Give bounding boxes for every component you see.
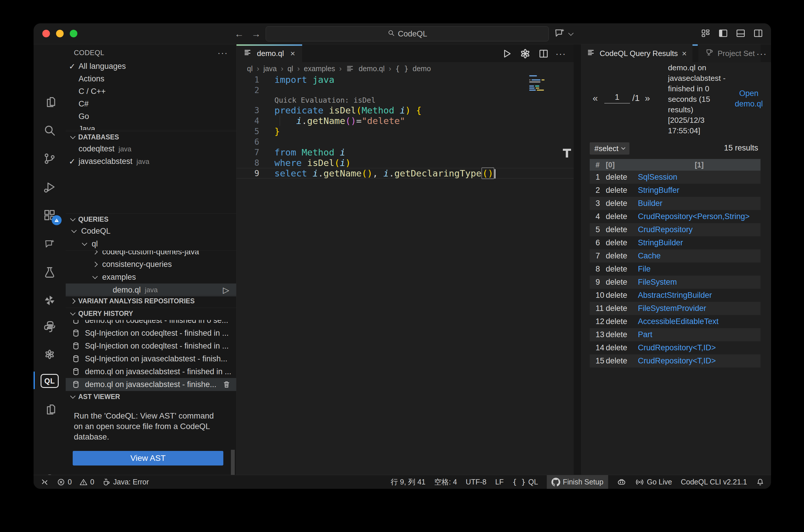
language-item[interactable]: Go (66, 110, 236, 123)
breadcrumb-item[interactable]: ql (247, 64, 253, 73)
more-actions-icon[interactable]: ··· (555, 49, 566, 59)
database-item[interactable]: codeqltestjava (66, 142, 236, 155)
breadcrumb-item[interactable]: demo.ql (359, 64, 385, 73)
codelens-quick-evaluation[interactable]: Quick Evaluation: isDel (274, 96, 376, 104)
status-item[interactable]: 空格: 4 (434, 475, 457, 489)
tree-item-consistency-queries[interactable]: consistency-queries (66, 258, 236, 271)
section-query-history[interactable]: QUERY HISTORY (66, 308, 236, 319)
sidebar-scrollbar[interactable] (231, 450, 235, 475)
result-link[interactable]: SqlSession (638, 173, 761, 182)
section-variant-analysis[interactable]: VARIANT ANALYSIS REPOSITORIES (66, 295, 236, 307)
last-page-button[interactable]: » (645, 93, 650, 103)
language-item[interactable]: Java (66, 123, 236, 130)
command-center-search[interactable]: CodeQL (266, 26, 549, 41)
activity-bar-item-source-control-icon[interactable] (34, 151, 66, 167)
close-window-button[interactable] (42, 30, 50, 37)
tree-item-examples[interactable]: examples (66, 271, 236, 284)
minimap[interactable] (529, 75, 557, 91)
result-link[interactable]: Part (638, 330, 761, 339)
result-link[interactable]: AbstractStringBuilder (638, 291, 761, 300)
database-item[interactable]: ✓javaseclabstestjava (66, 155, 236, 168)
breadcrumb-item[interactable]: examples (304, 64, 335, 73)
page-number-input[interactable]: 1 (604, 93, 630, 103)
back-arrow-icon[interactable]: ← (234, 28, 244, 39)
close-icon[interactable]: × (682, 49, 687, 58)
run-query-icon[interactable]: ▷ (223, 285, 229, 295)
minimize-window-button[interactable] (56, 30, 63, 37)
breadcrumb-item[interactable]: demo (413, 64, 431, 73)
code-editor[interactable]: 1import java2Quick Evaluation: isDel3pre… (236, 74, 574, 178)
activity-bar-item-explorer-icon[interactable] (34, 94, 66, 110)
status-item-github[interactable]: Finish Setup (547, 475, 608, 489)
close-icon[interactable]: × (291, 49, 295, 58)
activity-bar-item-test-beaker-icon[interactable] (34, 264, 66, 280)
view-ast-button[interactable]: View AST (73, 451, 223, 466)
language-item[interactable]: Actions (66, 73, 236, 85)
status-item[interactable]: LF (495, 475, 504, 489)
result-link[interactable]: FileSystemProvider (638, 304, 761, 313)
result-link[interactable]: CrudRepository<Person,String> (638, 212, 761, 221)
status-item-java-cup[interactable]: Java: Error (102, 475, 149, 489)
panel-bottom-icon[interactable] (735, 28, 746, 38)
tab-project-set[interactable]: Project Set (698, 44, 761, 63)
history-item[interactable]: Sql-Injection on javaseclabstest - finis… (66, 352, 236, 365)
forward-arrow-icon[interactable]: → (251, 28, 261, 39)
open-demo-ql-link[interactable]: Open demo.ql (728, 88, 769, 109)
result-link[interactable]: CrudRepository<T,ID> (638, 356, 761, 365)
activity-bar-item-chat-sparkle-icon[interactable] (34, 236, 66, 252)
status-item[interactable]: UTF-8 (465, 475, 486, 489)
tab-demo-ql[interactable]: demo.ql × (236, 44, 302, 63)
activity-bar-item-python-icon[interactable] (34, 319, 66, 335)
history-item[interactable]: demo.ql on javaseclabstest - finished in… (66, 365, 236, 378)
result-link[interactable]: AccessibleEditableText (638, 317, 761, 326)
activity-bar-item-codeql-icon[interactable]: QL (34, 373, 66, 389)
status-item-copilot[interactable] (617, 475, 626, 489)
tree-item-codeql-custom-queries-java[interactable]: codeql-custom-queries-java (66, 250, 236, 258)
select-dropdown[interactable]: #select (590, 142, 629, 155)
run-icon[interactable] (501, 48, 512, 59)
activity-bar-item-run-debug-icon[interactable] (34, 179, 66, 195)
activity-bar-item-pinwheel-icon[interactable] (34, 292, 66, 309)
result-link[interactable]: StringBuilder (638, 238, 761, 247)
status-item-braces[interactable]: { }QL (512, 475, 538, 489)
status-item-remote[interactable] (40, 475, 49, 489)
section-ast-viewer[interactable]: AST VIEWER (66, 391, 236, 402)
sidebar-right-icon[interactable] (753, 28, 763, 38)
result-link[interactable]: File (638, 265, 761, 273)
history-item[interactable]: Sql-Injection on codeqltest - finished i… (66, 327, 236, 340)
sidebar-left-icon[interactable] (718, 28, 728, 38)
breadcrumb-item[interactable]: ql (288, 64, 293, 73)
result-link[interactable]: CrudRepository (638, 225, 761, 234)
language-item[interactable]: C# (66, 98, 236, 110)
tree-item-ql[interactable]: ql (66, 238, 236, 250)
trash-icon[interactable] (222, 380, 231, 389)
activity-bar-item-openai-icon[interactable] (34, 346, 66, 363)
section-databases[interactable]: DATABASES (66, 131, 236, 143)
result-link[interactable]: Cache (638, 251, 761, 261)
result-link[interactable]: StringBuffer (638, 186, 761, 195)
split-editor-icon[interactable] (538, 48, 549, 59)
history-item[interactable]: demo.ql on javaseclabstest - finishe... (66, 378, 236, 391)
status-item-broadcast[interactable]: Go Live (635, 475, 672, 489)
status-item-error[interactable]: 0 (57, 475, 72, 489)
status-item-bell[interactable] (756, 475, 765, 489)
openai-icon[interactable] (519, 47, 532, 60)
section-queries[interactable]: QUERIES (66, 213, 236, 225)
chat-toggle-button[interactable] (554, 27, 573, 40)
tree-item-codeql[interactable]: CodeQL (66, 225, 236, 238)
more-actions-icon[interactable]: ··· (756, 44, 767, 63)
status-item-warning[interactable]: 0 (79, 475, 94, 489)
customize-layout-icon[interactable] (700, 28, 711, 38)
activity-bar-item-pages-icon[interactable] (34, 401, 66, 418)
history-item[interactable]: Sql-Injection on codeqltest - finished i… (66, 340, 236, 352)
result-link[interactable]: Builder (638, 199, 761, 208)
tab-codeql-query-results[interactable]: CodeQL Query Results × (581, 44, 693, 63)
history-item[interactable]: demo.ql on codeqltest - finished in 0 se… (66, 320, 236, 327)
breadcrumb-item[interactable]: java (263, 64, 277, 73)
language-item[interactable]: ✓All languages (66, 60, 236, 73)
first-page-button[interactable]: « (592, 93, 598, 103)
language-item[interactable]: C / C++ (66, 85, 236, 98)
activity-bar-item-search-icon[interactable] (34, 122, 66, 138)
zoom-window-button[interactable] (70, 30, 77, 37)
activity-bar-item-extensions-icon[interactable] (34, 207, 66, 223)
